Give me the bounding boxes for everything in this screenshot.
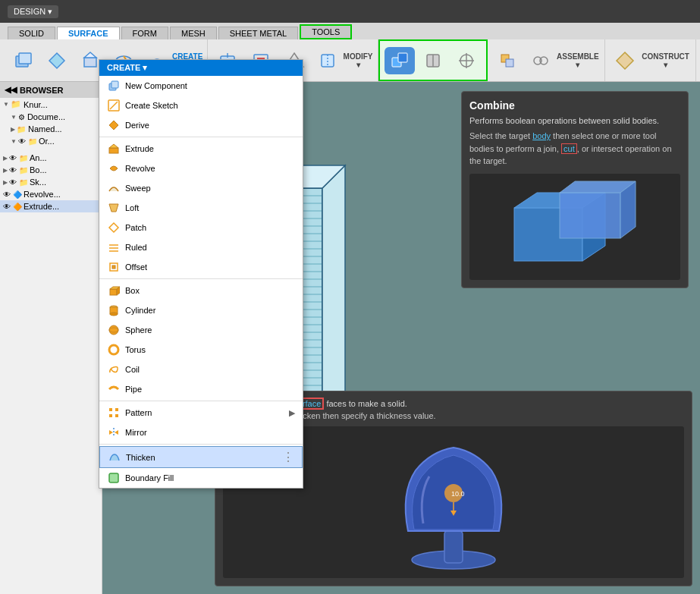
- menu-cylinder[interactable]: Cylinder: [99, 300, 303, 320]
- menu-extrude[interactable]: Extrude: [99, 139, 303, 159]
- coil-menu-icon: [107, 363, 121, 376]
- browser-item-label: Knur...: [24, 100, 48, 109]
- menu-sphere-label: Sphere: [125, 325, 152, 335]
- menu-coil[interactable]: Coil: [99, 360, 303, 379]
- menu-sweep[interactable]: Sweep: [99, 178, 303, 198]
- menu-ruled[interactable]: Ruled: [99, 237, 303, 257]
- design-button[interactable]: DESIGN ▾: [8, 5, 58, 18]
- main-layout: ◀◀ BROWSER ▼ 📁 Knur... ▼ ⚙ Docume... ▶ 📁…: [0, 82, 700, 594]
- revolve-icon-browser: 🔷: [13, 190, 22, 199]
- menu-sphere[interactable]: Sphere: [99, 320, 303, 340]
- thicken-menu-icon: [108, 451, 121, 464]
- assemble-btn2[interactable]: [526, 47, 556, 74]
- menu-derive[interactable]: Derive: [99, 115, 303, 135]
- menu-offset-label: Offset: [125, 262, 147, 272]
- browser-title: BROWSER: [20, 86, 63, 95]
- pattern-arrow: ▶: [289, 408, 295, 418]
- thicken-more-btn[interactable]: ⋮: [282, 450, 294, 464]
- svg-marker-94: [109, 223, 118, 232]
- svg-rect-3: [84, 58, 96, 67]
- svg-rect-16: [398, 53, 407, 62]
- browser-item-named[interactable]: ▶ 📁 Named...: [0, 123, 102, 135]
- menu-pattern-label: Pattern: [125, 408, 152, 417]
- modify-btn4[interactable]: [312, 47, 343, 74]
- construct-dropdown-btn[interactable]: CONSTRUCT ▾: [640, 52, 691, 69]
- browser-item-extrude[interactable]: 👁 🔶 Extrude...: [0, 200, 102, 212]
- svg-marker-26: [617, 52, 633, 69]
- tab-sheet-metal[interactable]: SHEET METAL: [218, 27, 298, 39]
- create-new-component-btn[interactable]: [8, 47, 39, 74]
- folder-icon-or: 📁: [28, 137, 37, 146]
- browser-item-or[interactable]: ▼ 👁 📁 Or...: [0, 135, 102, 147]
- eye-or: 👁: [18, 137, 26, 146]
- menu-mirror[interactable]: Mirror: [99, 423, 303, 442]
- menu-new-component[interactable]: New Component: [99, 76, 303, 96]
- svg-rect-1: [19, 53, 31, 64]
- gear-icon-doc: ⚙: [18, 113, 25, 121]
- menu-ruled-label: Ruled: [125, 243, 147, 252]
- menu-derive-label: Derive: [125, 121, 149, 130]
- browser-item-or-label: Or...: [39, 137, 55, 146]
- menu-create-sketch[interactable]: Create Sketch: [99, 96, 303, 115]
- menu-patch[interactable]: Patch: [99, 218, 303, 237]
- menu-coil-label: Coil: [125, 365, 140, 374]
- svg-marker-92: [109, 144, 118, 148]
- svg-point-106: [109, 325, 118, 335]
- browser-item-doc[interactable]: ▼ ⚙ Docume...: [0, 111, 102, 123]
- menu-pattern[interactable]: Pattern ▶: [99, 403, 303, 423]
- tab-form[interactable]: FORM: [121, 27, 168, 39]
- assemble-btn1[interactable]: [492, 47, 523, 74]
- menu-offset[interactable]: Offset: [99, 257, 303, 277]
- menu-torus[interactable]: Torus: [99, 340, 303, 360]
- menu-box[interactable]: Box: [99, 281, 303, 300]
- menu-divider3: [99, 401, 303, 401]
- tools-btn3[interactable]: [451, 47, 482, 74]
- svg-point-108: [109, 345, 118, 354]
- assemble-icon2: [530, 50, 551, 71]
- svg-rect-100: [110, 289, 117, 295]
- browser-item-sk[interactable]: ▶ 👁 📁 Sk...: [0, 176, 102, 188]
- app-header: DESIGN ▾: [0, 0, 700, 23]
- menu-loft[interactable]: Loft: [99, 198, 303, 218]
- menu-pipe[interactable]: Pipe: [99, 379, 303, 399]
- menu-boundary-fill[interactable]: Boundary Fill: [99, 468, 303, 488]
- menu-thicken[interactable]: Thicken ⋮: [99, 446, 303, 468]
- create-btn[interactable]: [42, 47, 72, 74]
- menu-revolve[interactable]: Revolve: [99, 159, 303, 178]
- eye-an: 👁: [9, 154, 17, 162]
- modify-dropdown-btn[interactable]: MODIFY ▾: [343, 52, 372, 69]
- tools-btn2[interactable]: [418, 47, 448, 74]
- tab-tools[interactable]: TOOLS: [300, 24, 352, 39]
- menu-loft-label: Loft: [125, 203, 139, 212]
- construct-btn1[interactable]: [610, 47, 640, 74]
- browser-panel: ◀◀ BROWSER ▼ 📁 Knur... ▼ ⚙ Docume... ▶ 📁…: [0, 82, 102, 594]
- tab-surface[interactable]: SURFACE: [57, 27, 120, 39]
- svg-rect-77: [560, 193, 620, 238]
- browser-item-bo[interactable]: ▶ 👁 📁 Bo...: [0, 164, 102, 176]
- tools-icon2: [422, 50, 444, 71]
- body-link[interactable]: body: [532, 131, 551, 140]
- pattern-menu-icon: [107, 406, 121, 420]
- construct-icon1: [614, 50, 636, 71]
- menu-thicken-label: Thicken: [126, 453, 155, 462]
- tab-mesh[interactable]: MESH: [170, 27, 217, 39]
- browser-item-revolve[interactable]: 👁 🔷 Revolve...: [0, 188, 102, 200]
- mirror-menu-icon: [107, 426, 121, 439]
- thicken-preview-svg: 10.0: [347, 432, 560, 573]
- combine-btn[interactable]: [385, 47, 415, 74]
- patch-menu-icon: [107, 221, 121, 234]
- menu-revolve-label: Revolve: [125, 164, 155, 173]
- svg-rect-23: [506, 59, 513, 67]
- browser-item-revolve-label: Revolve...: [24, 190, 61, 199]
- browser-item-an[interactable]: ▶ 👁 📁 An...: [0, 152, 102, 164]
- svg-rect-116: [109, 473, 118, 482]
- svg-marker-2: [49, 53, 64, 68]
- tab-solid[interactable]: SOLID: [8, 27, 55, 39]
- assemble-dropdown-btn[interactable]: ASSEMBLE ▾: [556, 52, 600, 69]
- browser-collapse-icon[interactable]: ◀◀: [5, 85, 17, 95]
- tri-named: ▶: [11, 126, 15, 133]
- browser-item-root[interactable]: ▼ 📁 Knur...: [0, 98, 102, 111]
- menu-mirror-label: Mirror: [125, 428, 147, 437]
- offset-menu-icon: [107, 260, 121, 274]
- menu-new-component-label: New Component: [125, 81, 187, 90]
